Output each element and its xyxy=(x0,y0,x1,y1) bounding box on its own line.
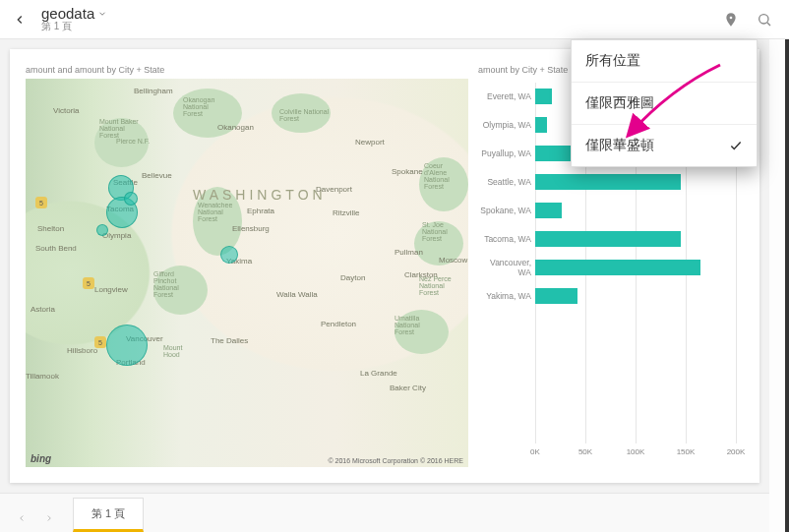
bar-row[interactable]: Yakima, WA xyxy=(535,286,736,306)
svg-line-1 xyxy=(767,23,770,26)
map-area[interactable]: WASHINGTON Bellingham Victoria Okanogan … xyxy=(26,79,468,467)
axis-tick: 200K xyxy=(727,447,746,456)
pager-next[interactable] xyxy=(35,504,63,532)
bar-label: Vancouver, WA xyxy=(478,258,531,277)
search-button[interactable] xyxy=(748,3,781,36)
check-icon xyxy=(729,139,743,152)
dropdown-item-2[interactable]: 僅限華盛頓 xyxy=(572,125,757,166)
bar-row[interactable]: Spokane, WA xyxy=(535,201,736,220)
location-filter-dropdown: 所有位置僅限西雅圖僅限華盛頓 xyxy=(571,39,758,167)
bar-fill xyxy=(535,89,552,104)
bar-fill xyxy=(535,260,700,275)
state-label: WASHINGTON xyxy=(193,187,327,203)
bar-label: Puyallup, WA xyxy=(478,148,531,158)
pager-prev[interactable] xyxy=(8,504,35,532)
dropdown-item-1[interactable]: 僅限西雅圖 xyxy=(572,83,757,125)
back-button[interactable] xyxy=(8,8,31,31)
bar-label: Everett, WA xyxy=(478,91,531,101)
map-visual[interactable]: amount and amount by City + State WASHIN… xyxy=(26,65,468,467)
bar-fill xyxy=(535,203,562,218)
title-block: geodata 第 1 頁 xyxy=(41,5,107,33)
axis-tick: 50K xyxy=(578,447,592,456)
bing-logo: bing xyxy=(30,453,51,464)
bar-row[interactable]: Vancouver, WA xyxy=(535,258,736,277)
axis-tick: 100K xyxy=(627,447,645,456)
bar-label: Olympia, WA xyxy=(478,120,531,130)
dropdown-item-label: 所有位置 xyxy=(585,52,640,70)
svg-point-0 xyxy=(759,14,768,23)
topbar: geodata 第 1 頁 xyxy=(0,0,789,39)
axis-tick: 150K xyxy=(677,447,696,456)
dropdown-item-label: 僅限西雅圖 xyxy=(585,94,654,112)
bar-row[interactable]: Tacoma, WA xyxy=(535,229,736,249)
axis-tick: 0K xyxy=(530,447,540,456)
dropdown-item-label: 僅限華盛頓 xyxy=(585,137,654,154)
map-credit: © 2016 Microsoft Corporation © 2016 HERE xyxy=(328,457,463,464)
bar-fill xyxy=(535,117,547,133)
bar-label: Yakima, WA xyxy=(478,291,531,301)
bar-fill xyxy=(535,174,681,190)
bar-label: Spokane, WA xyxy=(478,206,531,215)
chevron-down-icon xyxy=(97,9,107,19)
bar-fill xyxy=(535,231,681,247)
pager-tab-1[interactable]: 第 1 頁 xyxy=(73,498,144,532)
bar-fill xyxy=(535,288,577,304)
page-subtitle: 第 1 頁 xyxy=(41,20,107,33)
map-title: amount and amount by City + State xyxy=(26,65,468,75)
bar-label: Seattle, WA xyxy=(478,177,531,187)
right-rail xyxy=(769,39,789,532)
bar-label: Tacoma, WA xyxy=(478,234,531,244)
dropdown-item-0[interactable]: 所有位置 xyxy=(572,40,757,83)
pager: 第 1 頁 xyxy=(0,493,769,532)
bar-row[interactable]: Seattle, WA xyxy=(535,172,736,192)
location-filter-button[interactable] xyxy=(714,3,748,36)
